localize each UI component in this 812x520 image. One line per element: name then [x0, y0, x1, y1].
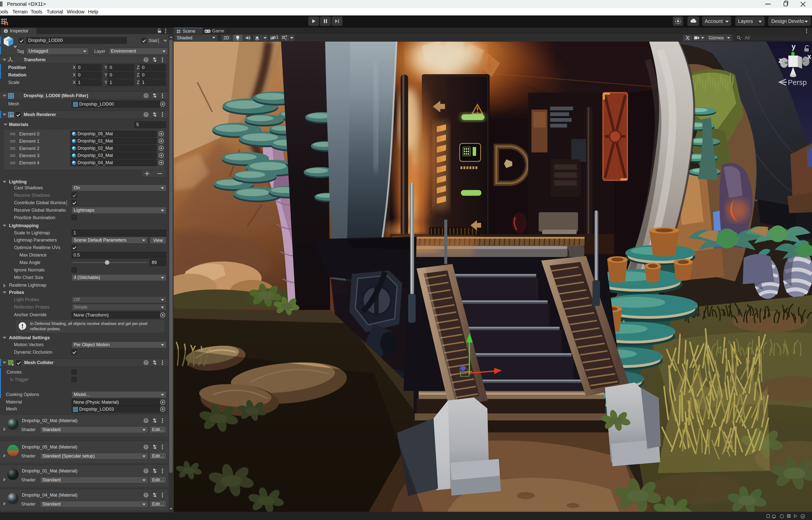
- svg-text:?: ?: [145, 469, 147, 473]
- svg-text:?: ?: [145, 94, 147, 98]
- svg-text:z: z: [778, 56, 782, 64]
- svg-text:Persp: Persp: [788, 78, 807, 86]
- svg-text:Y: Y: [285, 38, 287, 41]
- svg-text:x: x: [807, 53, 811, 60]
- svg-text:?: ?: [145, 418, 147, 423]
- svg-text:?: ?: [145, 493, 147, 497]
- svg-text:y: y: [792, 43, 795, 51]
- svg-text:?: ?: [145, 360, 147, 365]
- svg-text:?: ?: [145, 57, 147, 62]
- svg-text:?: ?: [145, 112, 147, 116]
- svg-text:?: ?: [145, 445, 147, 449]
